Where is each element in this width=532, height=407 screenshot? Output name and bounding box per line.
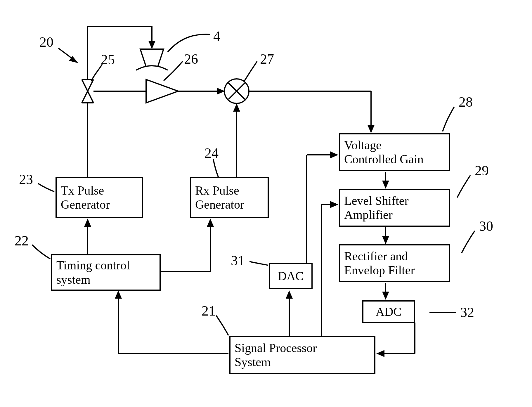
level-shifter-amplifier-block: Level Shifter Amplifier	[339, 189, 450, 227]
leader-4	[168, 34, 210, 52]
leader-27	[244, 61, 257, 81]
leader-29	[457, 175, 470, 198]
arrowhead	[84, 219, 91, 227]
adc-block: ADC	[362, 300, 415, 323]
arrowhead	[115, 290, 122, 299]
leader-22	[32, 245, 50, 259]
arrowhead	[217, 88, 225, 95]
mixer-icon	[224, 79, 249, 103]
arrowhead	[286, 290, 293, 299]
antenna-horn-icon	[140, 49, 164, 67]
rx-pulse-generator-block: Rx Pulse Generator	[190, 177, 269, 218]
ref-label-22: 22	[15, 234, 29, 248]
arrowhead	[207, 219, 214, 227]
arrowhead	[382, 236, 389, 244]
svg-line-12	[228, 83, 245, 99]
dac-block: DAC	[269, 263, 313, 289]
tx-pulse-generator-block: Tx Pulse Generator	[56, 177, 143, 218]
lna-amplifier-icon	[146, 79, 178, 103]
svg-line-11	[228, 83, 245, 99]
arrowhead	[368, 125, 375, 133]
ref-label-25: 25	[101, 53, 115, 67]
ref-label-30: 30	[479, 219, 493, 233]
arrowhead	[233, 103, 240, 112]
tr-switch-icon	[82, 79, 93, 103]
ref-label-20: 20	[39, 35, 53, 49]
svg-point-10	[224, 79, 249, 103]
timing-control-system-block: Timing control system	[51, 254, 161, 291]
svg-marker-31	[69, 56, 78, 63]
ref-label-28: 28	[459, 95, 473, 109]
rectifier-envelop-filter-block: Rectifier and Envelop Filter	[339, 244, 450, 282]
svg-line-6	[82, 79, 93, 103]
svg-line-5	[82, 79, 93, 103]
arrowhead	[330, 201, 338, 208]
arrowhead	[376, 350, 384, 357]
arrowhead	[330, 151, 338, 158]
leader-31	[249, 261, 268, 265]
leader-28	[443, 107, 454, 131]
ref-label-4: 4	[213, 29, 220, 43]
leader-21	[216, 316, 228, 335]
voltage-controlled-gain-block: Voltage Controlled Gain	[339, 133, 450, 171]
ref-label-32: 32	[460, 305, 474, 319]
arrowhead	[382, 292, 389, 300]
antenna-aperture-icon	[136, 66, 168, 70]
leader-26	[164, 61, 183, 81]
leader-30	[462, 231, 475, 253]
arrowhead	[382, 181, 389, 189]
ref-label-23: 23	[19, 172, 33, 186]
ref-label-21: 21	[202, 304, 216, 318]
ref-label-24: 24	[205, 146, 219, 160]
signal-processor-system-block: Signal Processor System	[229, 336, 375, 374]
ref-label-26: 26	[184, 52, 198, 66]
leader-23	[38, 183, 54, 192]
leader-20	[58, 48, 76, 61]
ref-label-31: 31	[231, 254, 245, 268]
leader-24	[213, 159, 219, 178]
arrowhead	[148, 41, 155, 49]
ref-label-29: 29	[475, 164, 489, 178]
ref-label-27: 27	[260, 52, 274, 66]
